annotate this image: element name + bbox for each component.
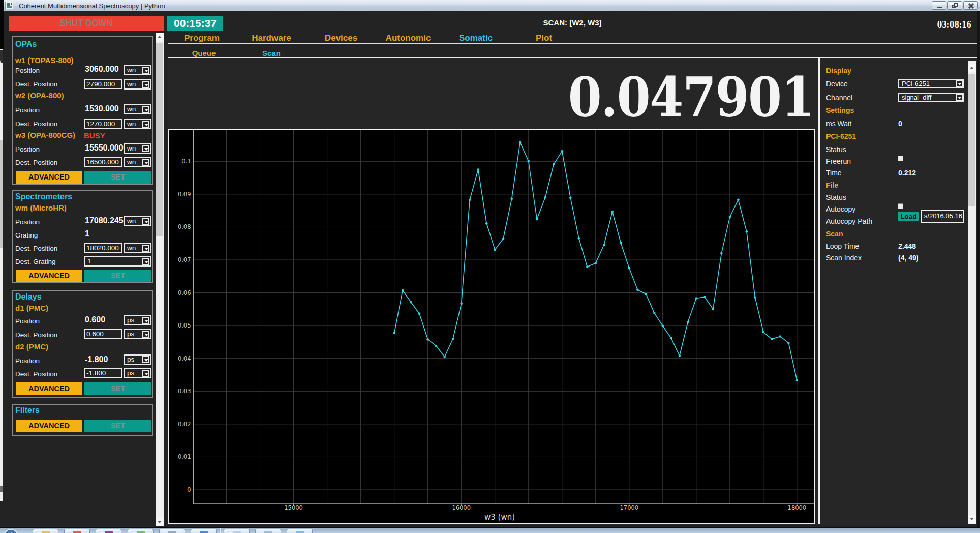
spectrometers-advanced-button[interactable]: ADVANCED bbox=[16, 270, 82, 282]
autocopy-checkbox[interactable] bbox=[898, 203, 903, 209]
wm-dest-units-dropdown[interactable]: wn bbox=[124, 243, 151, 253]
w2-position-units-dropdown[interactable]: wn bbox=[124, 104, 151, 114]
dropdown-arrow-icon[interactable] bbox=[142, 159, 149, 166]
freerun-checkbox[interactable] bbox=[898, 156, 903, 161]
delays-advanced-button[interactable]: ADVANCED bbox=[16, 382, 82, 395]
opas-set-button[interactable]: SET bbox=[84, 171, 151, 184]
rightpanel-scrollbar-thumb[interactable] bbox=[968, 74, 975, 206]
sidebar-scrollbar[interactable] bbox=[156, 33, 164, 526]
d2-dest-units-dropdown[interactable]: ps bbox=[124, 368, 151, 378]
w1-position-units-dropdown[interactable]: wn bbox=[124, 65, 151, 75]
close-button[interactable] bbox=[963, 1, 978, 10]
d2-name: d2 (PMC) bbox=[15, 342, 48, 351]
taskbar-app-5[interactable] bbox=[159, 529, 185, 533]
w3-position-label: Position bbox=[15, 145, 40, 153]
minimize-icon bbox=[937, 7, 942, 8]
tab-program[interactable]: Program bbox=[168, 33, 236, 43]
tab-devices[interactable]: Devices bbox=[307, 33, 375, 43]
d1-dest-input[interactable]: 0.600 bbox=[84, 329, 122, 339]
wm-dest-grating-dropdown[interactable]: 1 bbox=[84, 256, 151, 266]
scan-index-value: (4, 49) bbox=[898, 254, 918, 262]
background-window-sliver bbox=[0, 49, 3, 501]
w2-dest-units-dropdown[interactable]: wn bbox=[124, 119, 151, 129]
taskbar-app-8-icon bbox=[264, 531, 272, 533]
dropdown-arrow-icon[interactable] bbox=[956, 80, 963, 87]
dropdown-arrow-icon[interactable] bbox=[142, 218, 149, 225]
plot-svg: 1500016000170001800000.010.020.030.040.0… bbox=[169, 130, 814, 523]
taskbar-app-2[interactable] bbox=[64, 529, 90, 533]
window-title: Coherent Multidimensional Spectroscopy |… bbox=[19, 2, 165, 10]
channel-dropdown[interactable]: signal_diff bbox=[898, 93, 964, 102]
taskbar-app-6[interactable] bbox=[191, 529, 217, 533]
d1-position-units-dropdown[interactable]: ps bbox=[124, 315, 151, 325]
svg-text:0.02: 0.02 bbox=[178, 421, 191, 428]
dropdown-arrow-icon[interactable] bbox=[142, 245, 149, 252]
sidebar-scrollbar-thumb[interactable] bbox=[156, 43, 163, 236]
filters-set-button[interactable]: SET bbox=[84, 420, 151, 432]
d2-position-units-dropdown[interactable]: ps bbox=[124, 354, 151, 365]
tab-plot[interactable]: Plot bbox=[510, 33, 578, 43]
w3-position-units-dropdown[interactable]: wn bbox=[124, 143, 151, 154]
spectrometers-set-button[interactable]: SET bbox=[84, 270, 151, 282]
start-button[interactable] bbox=[4, 529, 18, 533]
shutdown-button[interactable]: SHUT DOWN bbox=[9, 16, 164, 31]
dropdown-arrow-icon[interactable] bbox=[142, 356, 149, 363]
delays-set-button[interactable]: SET bbox=[84, 382, 151, 395]
dropdown-arrow-icon[interactable] bbox=[142, 331, 149, 338]
opas-advanced-button[interactable]: ADVANCED bbox=[16, 171, 82, 184]
rightpanel-scrollbar[interactable] bbox=[968, 61, 976, 524]
d2-dest-input[interactable]: -1.800 bbox=[84, 368, 122, 378]
restore-button[interactable] bbox=[947, 1, 962, 10]
w1-dest-input[interactable]: 2790.000 bbox=[84, 79, 122, 89]
dropdown-arrow-icon[interactable] bbox=[142, 121, 149, 128]
w2-position-value: 1530.000 bbox=[85, 104, 119, 113]
taskbar-app-7[interactable] bbox=[224, 529, 250, 533]
taskbar-app-1[interactable] bbox=[33, 529, 58, 533]
taskbar-app-3[interactable] bbox=[96, 529, 121, 533]
dropdown-arrow-icon[interactable] bbox=[142, 67, 149, 74]
dropdown-arrow-icon[interactable] bbox=[956, 94, 963, 101]
dropdown-arrow-icon[interactable] bbox=[142, 145, 149, 152]
time-label: Time bbox=[826, 169, 842, 177]
scroll-up-icon bbox=[970, 67, 974, 69]
dropdown-arrow-icon[interactable] bbox=[142, 81, 149, 88]
taskbar-app-8[interactable] bbox=[255, 529, 281, 533]
scan-status: SCAN: [W2, W3] bbox=[522, 18, 623, 27]
rightpanel-scrollbar-down-button[interactable] bbox=[968, 515, 976, 523]
tab-hardware[interactable]: Hardware bbox=[237, 33, 305, 43]
taskbar-app-9[interactable] bbox=[287, 529, 313, 533]
dropdown-arrow-icon[interactable] bbox=[142, 370, 149, 377]
w1-position-label: Position bbox=[15, 67, 40, 74]
channel-dropdown-value: signal_diff bbox=[902, 94, 931, 101]
tab-somatic[interactable]: Somatic bbox=[442, 33, 510, 43]
autocopy-path-input[interactable]: s/2016.05.16 bbox=[921, 210, 964, 223]
wm-dest-input[interactable]: 18020.000 bbox=[84, 243, 122, 253]
windows-taskbar[interactable] bbox=[0, 527, 980, 533]
sidebar-scrollbar-down-button[interactable] bbox=[156, 518, 164, 526]
title-bar[interactable]: Coherent Multidimensional Spectroscopy |… bbox=[0, 0, 980, 11]
minimize-button[interactable] bbox=[932, 1, 946, 10]
w1-dest-units-dropdown[interactable]: wn bbox=[124, 79, 151, 90]
w3-dest-units-dropdown[interactable]: wn bbox=[124, 157, 151, 167]
load-button[interactable]: Load bbox=[898, 212, 919, 221]
w3-dest-input[interactable]: 16500.000 bbox=[84, 157, 122, 167]
tab-autonomic[interactable]: Autonomic bbox=[374, 33, 442, 43]
filters-advanced-button[interactable]: ADVANCED bbox=[16, 420, 82, 432]
device-dropdown[interactable]: PCI-6251 bbox=[898, 79, 964, 88]
d1-dest-units-dropdown[interactable]: ps bbox=[124, 329, 151, 339]
sidebar-scrollbar-up-button[interactable] bbox=[156, 33, 164, 41]
w1-position-value: 3060.000 bbox=[85, 65, 119, 74]
plot-panel: 1500016000170001800000.010.020.030.040.0… bbox=[168, 129, 815, 524]
dropdown-arrow-icon[interactable] bbox=[142, 106, 149, 113]
wm-position-units-dropdown[interactable]: wn bbox=[124, 216, 151, 226]
rightpanel-scrollbar-up-button[interactable] bbox=[968, 64, 976, 72]
svg-text:0.05: 0.05 bbox=[178, 322, 191, 329]
subtab-scan[interactable]: Scan bbox=[237, 49, 305, 57]
w3-busy-status: BUSY bbox=[84, 131, 105, 140]
w2-dest-input[interactable]: 1270.000 bbox=[84, 119, 122, 129]
display-section-title: Display bbox=[826, 67, 851, 75]
subtab-queue[interactable]: Queue bbox=[170, 49, 238, 57]
dropdown-arrow-icon[interactable] bbox=[142, 258, 149, 265]
dropdown-arrow-icon[interactable] bbox=[142, 317, 149, 324]
taskbar-app-4[interactable] bbox=[128, 529, 154, 533]
